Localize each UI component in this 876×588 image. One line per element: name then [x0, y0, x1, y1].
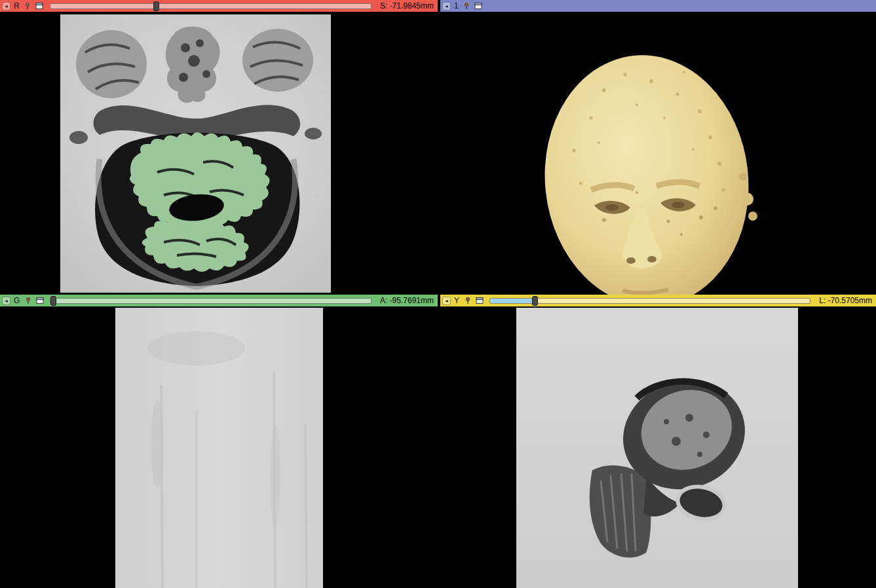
slider-groove: [50, 298, 371, 304]
pin-icon: [464, 297, 472, 304]
slicer-viewport: ◄ R S: -71.9845mm: [0, 0, 876, 588]
yellow-controller-bar: ◄ Y L: -70.5705mm: [440, 295, 876, 306]
pin-icon: [463, 2, 470, 10]
sagittal-mri-slice: [440, 306, 876, 588]
axial-mri-slice: [0, 12, 438, 295]
green-view-label: G: [12, 296, 21, 305]
threed-layout-button[interactable]: [474, 1, 484, 11]
volume-rendered-head: [440, 12, 876, 295]
threed-pin-button[interactable]: [462, 1, 472, 11]
collapse-arrow-icon: ◄: [4, 299, 9, 303]
red-pin-button[interactable]: [23, 1, 33, 11]
collapse-arrow-icon: ◄: [444, 299, 449, 303]
yellow-slice-offset-slider[interactable]: [489, 296, 810, 305]
red-collapse-button[interactable]: ◄: [2, 2, 10, 10]
layout-icon: [35, 2, 43, 10]
pin-icon: [24, 297, 32, 304]
red-view-label: R: [12, 1, 21, 10]
slider-fill: [490, 299, 535, 303]
slider-groove: [50, 3, 371, 9]
slider-handle[interactable]: [50, 296, 56, 306]
yellow-slice-viewer: ◄ Y L: -70.5705mm: [440, 295, 876, 588]
threed-viewer: ◄ 1: [440, 0, 876, 295]
yellow-view-label: Y: [453, 296, 461, 305]
layout-icon: [36, 297, 44, 304]
slider-handle[interactable]: [153, 1, 159, 11]
green-slice-offset-slider[interactable]: [50, 296, 371, 305]
layout-icon: [476, 297, 484, 304]
green-pin-button[interactable]: [23, 296, 33, 306]
red-layout-button[interactable]: [35, 1, 45, 11]
threed-canvas[interactable]: [440, 12, 876, 295]
coronal-mri-slice: [0, 306, 438, 588]
green-collapse-button[interactable]: ◄: [2, 297, 10, 305]
yellow-layout-button[interactable]: [474, 296, 484, 306]
yellow-slice-canvas[interactable]: [440, 306, 876, 588]
threed-controller-bar: ◄ 1: [440, 0, 876, 12]
red-slice-offset-slider[interactable]: [50, 1, 371, 10]
layout-icon: [474, 2, 482, 10]
yellow-pin-button[interactable]: [463, 296, 472, 306]
green-layout-button[interactable]: [35, 296, 45, 306]
red-controller-bar: ◄ R S: -71.9845mm: [0, 0, 438, 12]
yellow-slice-offset-value: L: -70.5705mm: [816, 296, 874, 305]
red-slice-viewer: ◄ R S: -71.9845mm: [0, 0, 438, 295]
red-slice-canvas[interactable]: [0, 12, 438, 295]
threed-view-label: 1: [453, 1, 460, 10]
pin-icon: [24, 2, 31, 10]
green-slice-viewer: ◄ G A: -95.7691mm: [0, 295, 438, 588]
red-slice-offset-value: S: -71.9845mm: [377, 1, 436, 10]
threed-collapse-button[interactable]: ◄: [442, 2, 451, 10]
green-slice-canvas[interactable]: [0, 306, 438, 588]
collapse-arrow-icon: ◄: [444, 4, 449, 9]
slider-handle[interactable]: [532, 296, 538, 306]
yellow-collapse-button[interactable]: ◄: [442, 297, 451, 305]
green-controller-bar: ◄ G A: -95.7691mm: [0, 295, 438, 306]
collapse-arrow-icon: ◄: [4, 4, 9, 9]
green-slice-offset-value: A: -95.7691mm: [377, 296, 436, 305]
